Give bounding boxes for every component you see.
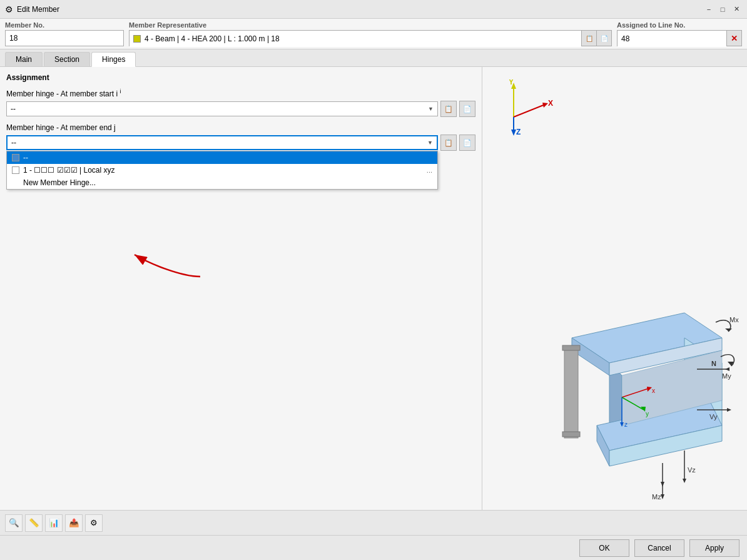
hinge-start-dropdown[interactable]: -- ▼ [6,101,438,116]
svg-rect-21 [562,432,580,437]
apply-button[interactable]: Apply [689,539,739,557]
tab-main[interactable]: Main [5,52,43,66]
export-icon: 📤 [69,518,79,527]
svg-line-4 [514,104,545,117]
bottom-buttons: OK Cancel Apply [0,535,747,560]
search-icon: 🔍 [9,518,19,527]
hinge-start-edit-button[interactable]: 📋 [440,101,457,117]
coord-axes-diagram: Y X Z [495,79,557,136]
hinge-start-row: -- ▼ 📋 📄 [6,101,475,117]
hinge-end-value: -- [11,138,427,147]
svg-marker-5 [542,103,548,108]
svg-marker-8 [511,130,516,136]
window-title: Edit Member [17,5,59,14]
toolbar-measure-button[interactable]: 📏 [25,514,43,532]
svg-text:Vy: Vy [709,413,718,420]
table-icon: 📊 [49,518,59,527]
member-rep-label: Member Representative [129,21,612,29]
assignment-section-label: Assignment [6,73,475,82]
title-bar: ⚙ Edit Member − □ ✕ [0,0,747,19]
svg-text:N: N [711,360,716,367]
assigned-text: 48 [621,34,723,43]
member-no-group: Member No. 18 [5,21,124,46]
title-bar-left: ⚙ Edit Member [5,4,59,14]
rep-copy-button[interactable]: 📄 [596,31,611,46]
svg-text:Mx: Mx [729,316,739,323]
svg-text:X: X [548,99,553,108]
beam-3d-diagram: N Vz Vy Mx My Mz [559,288,741,501]
svg-marker-23 [725,367,729,371]
toolbar-table-button[interactable]: 📊 [45,514,63,532]
dropdown-item-1[interactable]: 1 - ☐☐☐ ☑☑☑ | Local xyz ... [7,164,437,176]
cancel-button[interactable]: Cancel [634,539,684,557]
toolbar-export-button[interactable]: 📤 [65,514,83,532]
svg-text:y: y [646,410,649,417]
toolbar-settings-button[interactable]: ⚙ [85,514,103,532]
close-button[interactable]: ✕ [731,4,742,15]
member-no-value: 18 [9,34,18,43]
svg-text:Vz: Vz [688,466,696,474]
member-no-field: 18 [5,30,124,46]
toolbar-search-button[interactable]: 🔍 [5,514,23,532]
svg-text:x: x [652,387,655,394]
ruler-icon: 📏 [29,518,39,527]
hinge-end-edit-button[interactable]: 📋 [440,135,457,151]
hinge-end-label: Member hinge - At member end j [6,123,475,132]
rep-edit-button[interactable]: 📋 [581,31,596,46]
assigned-value: 48 [617,31,726,47]
left-panel: Assignment Member hinge - At member star… [0,67,482,538]
assigned-clear-button[interactable]: ✕ [726,31,741,46]
settings-icon: ⚙ [90,518,98,527]
member-rep-group: Member Representative 4 - Beam | 4 - HEA… [129,21,612,46]
red-arrow-indicator [131,245,206,285]
bottom-toolbar: 🔍 📏 📊 📤 ⚙ [0,510,747,535]
item-color-new [12,179,19,186]
rep-text: 4 - Beam | 4 - HEA 200 | L : 1.000 m | 1… [145,34,577,43]
hinge-end-dropdown[interactable]: -- ▼ [6,135,438,150]
minimize-button[interactable]: − [703,4,714,15]
hinge-start-arrow-icon: ▼ [428,106,434,112]
member-rep-value: 4 - Beam | 4 - HEA 200 | L : 1.000 m | 1… [130,31,581,47]
hinge-end-dropdown-list: -- 1 - ☐☐☐ ☑☑☑ | Local xyz ... New Membe… [6,151,438,190]
dropdown-item-blank[interactable]: -- [7,151,437,164]
svg-marker-26 [683,479,686,483]
maximize-button[interactable]: □ [717,4,728,15]
svg-marker-31 [725,328,732,332]
svg-rect-20 [562,345,580,350]
rep-color-indicator [133,35,141,43]
assigned-group: Assigned to Line No. 48 ✕ [617,21,742,46]
svg-text:Z: Z [516,128,521,136]
svg-text:Mz: Mz [652,493,661,501]
item-label-new: New Member Hinge... [23,178,96,187]
dropdown-item-new[interactable]: New Member Hinge... [7,176,437,189]
svg-marker-29 [727,408,731,412]
tab-section[interactable]: Section [44,52,90,66]
right-panel: Y X Z [482,67,747,538]
item-label-blank: -- [23,153,28,162]
tab-hinges[interactable]: Hinges [91,52,136,67]
item-label-1: 1 - ☐☐☐ ☑☑☑ | Local xyz [23,166,114,175]
item-color-1 [12,166,19,174]
assigned-label: Assigned to Line No. [617,21,742,29]
main-content: Assignment Member hinge - At member star… [0,67,747,538]
svg-marker-48 [661,482,664,487]
tabs-row: Main Section Hinges [0,49,747,67]
member-no-label: Member No. [5,21,124,29]
title-bar-controls: − □ ✕ [703,4,742,15]
header-row: Member No. 18 Member Representative 4 - … [0,19,747,49]
hinge-end-copy-button[interactable]: 📄 [459,135,475,151]
hinge-start-label: Member hinge - At member start i i [6,88,475,98]
svg-rect-19 [564,347,578,438]
svg-text:My: My [722,372,731,380]
hinge-start-value: -- [11,104,428,113]
svg-text:z: z [624,421,628,428]
item-dots-1: ... [427,166,432,174]
svg-marker-36 [661,494,664,499]
hinge-end-row: -- ▼ 📋 📄 -- 1 - ☐☐☐ ☑☑☑ | Local xyz [6,135,475,151]
item-color-blank [12,154,19,161]
ok-button[interactable]: OK [579,539,629,557]
svg-text:Y: Y [509,79,514,86]
hinge-start-copy-button[interactable]: 📄 [459,101,475,117]
hinge-end-arrow-icon: ▼ [427,140,433,146]
